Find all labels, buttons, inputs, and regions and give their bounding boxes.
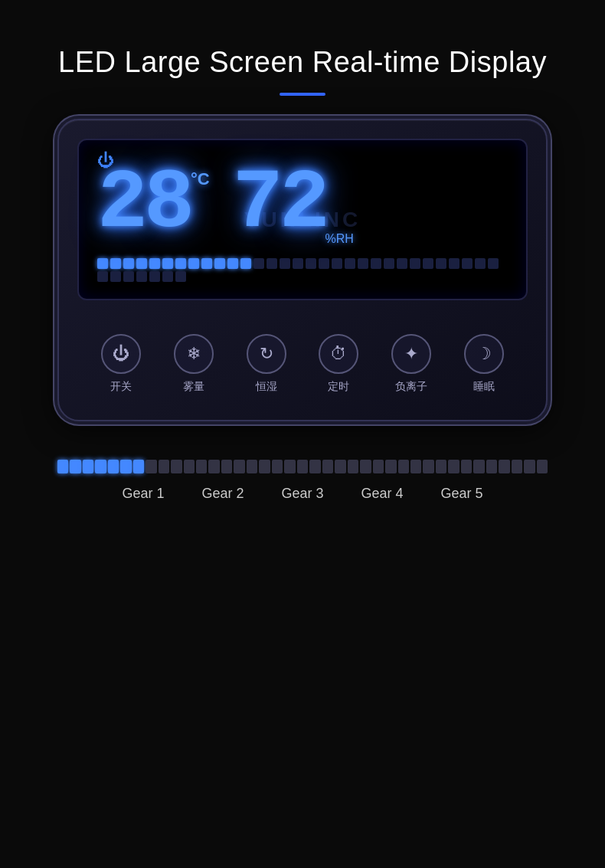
timer-label: 定时 (328, 380, 349, 394)
gear-dot-gray (486, 460, 497, 473)
humidity-unit: %RH (325, 232, 353, 246)
celsius-symbol: °C (191, 169, 210, 189)
gear-labels: Gear 1Gear 2Gear 3Gear 4Gear 5 (57, 486, 548, 502)
gear-dot-gray (398, 460, 409, 473)
led-dot (162, 271, 173, 282)
humidity-section: 72 %RH (233, 162, 326, 246)
led-dot (358, 258, 368, 269)
led-dot (123, 258, 134, 269)
led-dot (201, 258, 212, 269)
gear-dot-blue (83, 460, 93, 473)
gear-dot-gray (423, 460, 433, 473)
led-dot (162, 258, 173, 269)
device-display: ⏻ YUNLINC 28 °C 72 %RH ⏻开关❄雾量↻恒湿⏱定时✦负离子☽… (57, 119, 548, 421)
led-dot (345, 258, 355, 269)
sleep-icon: ☽ (464, 334, 504, 374)
gear-dot-blue (95, 460, 106, 473)
led-dot (97, 271, 108, 282)
led-dot (449, 258, 459, 269)
led-dot (332, 258, 342, 269)
gear-dot-gray (436, 460, 446, 473)
led-dot (293, 258, 303, 269)
control-anion[interactable]: ✦负离子 (391, 334, 431, 394)
gear-dot-gray (322, 460, 333, 473)
led-screen: ⏻ YUNLINC 28 °C 72 %RH (77, 139, 528, 300)
gear-dot-blue (120, 460, 131, 473)
gear-dot-gray (537, 460, 548, 473)
control-power[interactable]: ⏻开关 (101, 334, 141, 394)
led-dot (175, 258, 186, 269)
led-dot (475, 258, 486, 269)
led-dot (214, 258, 225, 269)
gear-dot-gray (272, 460, 283, 473)
gear-dot-blue (57, 460, 68, 473)
gear-label-1: Gear 1 (113, 486, 174, 502)
gear-dot-blue (70, 460, 80, 473)
timer-icon: ⏱ (319, 334, 358, 374)
led-dot (423, 258, 433, 269)
temperature-value: 28 (97, 162, 191, 246)
gear-dot-gray (461, 460, 472, 473)
led-dot (410, 258, 420, 269)
led-dot (240, 258, 251, 269)
led-dot (149, 258, 160, 269)
led-dot (397, 258, 407, 269)
gear-section: Gear 1Gear 2Gear 3Gear 4Gear 5 (57, 460, 548, 502)
constant-label: 恒湿 (256, 380, 277, 394)
led-dot (123, 271, 134, 282)
title-underline (280, 93, 325, 96)
led-dot (253, 258, 264, 269)
gear-dot-gray (234, 460, 244, 473)
gear-label-2: Gear 2 (192, 486, 253, 502)
gear-dot-gray (524, 460, 535, 473)
led-dot (306, 258, 316, 269)
gear-dot-gray (360, 460, 371, 473)
led-dot (267, 258, 277, 269)
gear-dot-gray (208, 460, 219, 473)
led-dot (110, 258, 121, 269)
anion-icon: ✦ (391, 334, 431, 374)
led-dot (149, 271, 160, 282)
gear-dot-blue (108, 460, 119, 473)
controls-row: ⏻开关❄雾量↻恒湿⏱定时✦负离子☽睡眠 (77, 322, 528, 401)
led-dot (136, 271, 147, 282)
temperature-section: 28 °C (97, 162, 210, 246)
control-sleep[interactable]: ☽睡眠 (464, 334, 504, 394)
gear-dot-gray (385, 460, 396, 473)
mist-label: 雾量 (183, 380, 204, 394)
led-progress-bar (97, 254, 508, 287)
gear-dot-gray (512, 460, 522, 473)
led-dot (136, 258, 147, 269)
gear-label-4: Gear 4 (352, 486, 413, 502)
gear-dot-gray (221, 460, 232, 473)
gear-label-3: Gear 3 (272, 486, 333, 502)
gear-dot-gray (297, 460, 308, 473)
gear-dot-gray (373, 460, 384, 473)
humidity-value: 72 (233, 162, 326, 246)
display-row: 28 °C 72 %RH (97, 156, 508, 246)
gear-dot-gray (284, 460, 295, 473)
control-mist[interactable]: ❄雾量 (174, 334, 214, 394)
led-dot (188, 258, 199, 269)
control-timer[interactable]: ⏱定时 (319, 334, 358, 394)
led-dot (319, 258, 329, 269)
gear-dot-gray (335, 460, 345, 473)
gear-dot-gray (473, 460, 484, 473)
led-dot (280, 258, 290, 269)
sleep-label: 睡眠 (473, 380, 495, 394)
gear-label-5: Gear 5 (431, 486, 492, 502)
gear-dot-gray (247, 460, 257, 473)
gear-dot-gray (448, 460, 459, 473)
gear-dot-gray (348, 460, 358, 473)
led-dot (436, 258, 446, 269)
power-label: 开关 (110, 380, 132, 394)
led-dot (110, 271, 121, 282)
gear-dot-gray (499, 460, 509, 473)
power-icon: ⏻ (101, 334, 141, 374)
gear-dot-gray (184, 460, 195, 473)
control-constant[interactable]: ↻恒湿 (247, 334, 286, 394)
gear-dot-gray (410, 460, 421, 473)
gear-dot-gray (309, 460, 320, 473)
led-dot (97, 258, 108, 269)
constant-icon: ↻ (247, 334, 286, 374)
